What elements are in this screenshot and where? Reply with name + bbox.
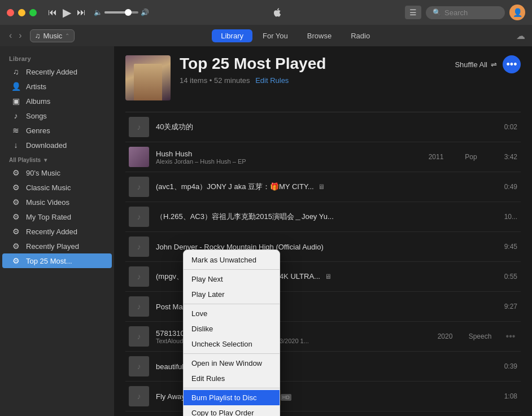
track-name: （H.265、AC3）容祖儿李克勤2015演唱会＿Joey Yu... <box>156 212 488 222</box>
sidebar-item-90s-music[interactable]: ⚙ 90's Music <box>2 165 112 180</box>
play-button[interactable]: ▶ <box>63 6 71 19</box>
sidebar-item-recently-played-label: Recently Played <box>26 242 79 251</box>
ctx-play-later[interactable]: Play Later <box>184 287 280 302</box>
sidebar-item-90s-label: 90's Music <box>26 169 60 177</box>
forward-button[interactable]: › <box>16 29 24 42</box>
sidebar-item-downloaded-label: Downloaded <box>26 141 67 150</box>
shuffle-icon: ⇌ <box>491 60 497 69</box>
classic-music-icon: ⚙ <box>11 183 20 192</box>
close-button[interactable] <box>7 9 14 16</box>
list-view-button[interactable]: ☰ <box>405 6 421 19</box>
track-year: 2011 <box>425 153 447 161</box>
songs-icon: ♪ <box>11 111 20 120</box>
tab-library[interactable]: Library <box>212 29 252 42</box>
sidebar-item-genres[interactable]: ≋ Genres <box>2 123 112 138</box>
more-button[interactable]: ••• <box>503 55 521 73</box>
tab-browse[interactable]: Browse <box>298 29 341 42</box>
nav-bar: ‹ › ♫ Music ⌃ Library For You Browse Rad… <box>0 25 532 46</box>
ctx-uncheck[interactable]: Uncheck Selection <box>184 336 280 352</box>
track-row[interactable]: Hush Hush Alexis Jordan – Hush Hush – EP… <box>125 142 521 172</box>
context-menu: Mark as Unwatched Play Next Play Later L… <box>183 249 280 416</box>
my-top-rated-icon: ⚙ <box>11 212 20 221</box>
profile-button[interactable]: 👤 <box>509 5 525 20</box>
playlist-meta: 14 items • 52 minutes Edit Rules <box>180 76 446 85</box>
track-duration: 0:39 <box>495 362 517 370</box>
ctx-play-next[interactable]: Play Next <box>184 272 280 287</box>
track-row[interactable]: ♪ (avc1、mp4a）JONY J aka 豆芽：🎁MY CITY... 🖥… <box>125 172 521 202</box>
source-selector[interactable]: ♫ Music ⌃ <box>30 29 75 42</box>
sidebar-item-albums-label: Albums <box>26 97 50 106</box>
sidebar-item-artists[interactable]: 👤 Artists <box>2 79 112 94</box>
volume-track[interactable] <box>104 11 138 14</box>
track-info: (avc1、mp4a）JONY J aka 豆芽：🎁MY CITY... 🖥 <box>156 182 488 192</box>
track-row[interactable]: ♪ 40关成功的 0:02 <box>125 112 521 142</box>
playlist-title: Top 25 Most Played <box>180 55 446 73</box>
hd-badge: HD <box>281 394 291 401</box>
recently-added-icon: ♫ <box>11 67 20 76</box>
title-bar: ⏮ ▶ ⏭ 🔈 🔊 ☰ 🔍 Search 👤 <box>0 0 532 25</box>
ctx-dislike[interactable]: Dislike <box>184 321 280 336</box>
top25-icon: ⚙ <box>11 256 20 265</box>
sidebar-item-recently-added-label: Recently Added <box>26 68 77 76</box>
next-button[interactable]: ⏭ <box>77 7 86 17</box>
edit-rules-link[interactable]: Edit Rules <box>255 76 289 85</box>
track-row[interactable]: ♪ （H.265、AC3）容祖儿李克勤2015演唱会＿Joey Yu... 10… <box>125 202 521 232</box>
sidebar-item-top25-label: Top 25 Most... <box>26 257 72 265</box>
shuffle-button[interactable]: Shuffle All ⇌ <box>455 60 497 69</box>
ctx-love[interactable]: Love <box>184 306 280 321</box>
track-thumb: ♪ <box>129 356 149 376</box>
playlist-item-count: 14 items • 52 minutes <box>180 76 250 85</box>
ctx-mark-unwatched[interactable]: Mark as Unwatched <box>184 252 280 268</box>
ctx-edit-rules[interactable]: Edit Rules <box>184 371 280 386</box>
back-button[interactable]: ‹ <box>7 29 14 42</box>
ctx-separator <box>184 388 280 388</box>
search-box[interactable]: 🔍 Search <box>426 6 505 19</box>
sidebar-item-music-videos-label: Music Videos <box>26 198 69 207</box>
track-thumb: ♪ <box>129 237 149 257</box>
sidebar-item-recently-added[interactable]: ♫ Recently Added <box>2 64 112 79</box>
ctx-copy-play-order[interactable]: Copy to Play Order <box>184 405 280 416</box>
sidebar-item-classic-music[interactable]: ⚙ Classic Music <box>2 180 112 195</box>
playlist-header: Top 25 Most Played 14 items • 52 minutes… <box>125 55 521 100</box>
tab-radio[interactable]: Radio <box>342 29 379 42</box>
ctx-separator <box>184 353 280 354</box>
track-duration: 10... <box>495 213 517 221</box>
ctx-open-new-window[interactable]: Open in New Window <box>184 356 280 371</box>
main-area: Library ♫ Recently Added 👤 Artists ▣ Alb… <box>0 46 532 416</box>
sidebar-item-my-top-rated[interactable]: ⚙ My Top Rated <box>2 209 112 224</box>
track-duration: 3:42 <box>495 153 517 161</box>
ctx-burn-playlist[interactable]: Burn Playlist to Disc <box>184 390 280 405</box>
playlists-header[interactable]: All Playlists ▾ <box>0 152 114 165</box>
sidebar-item-recently-added-pl-label: Recently Added <box>26 227 77 236</box>
sidebar-item-classic-label: Classic Music <box>26 183 71 192</box>
sidebar-item-recently-played[interactable]: ⚙ Recently Played <box>2 239 112 253</box>
sidebar-item-music-videos[interactable]: ⚙ Music Videos <box>2 195 112 209</box>
tab-foryou[interactable]: For You <box>254 29 297 42</box>
artists-icon: 👤 <box>11 82 20 91</box>
playlists-chevron: ▾ <box>44 157 47 163</box>
prev-button[interactable]: ⏮ <box>48 7 57 17</box>
cloud-icon: ☁ <box>516 30 525 41</box>
track-duration: 1:08 <box>495 392 517 400</box>
track-year: 2020 <box>434 332 456 340</box>
minimize-button[interactable] <box>18 9 25 16</box>
maximize-button[interactable] <box>29 9 37 16</box>
sidebar-item-downloaded[interactable]: ↓ Downloaded <box>2 138 112 152</box>
track-duration: 0:49 <box>495 183 517 191</box>
track-genre: Pop <box>454 153 488 161</box>
volume-slider[interactable]: 🔈 🔊 <box>94 8 149 16</box>
tab-group: Library For You Browse Radio <box>78 29 513 42</box>
sidebar-item-top25[interactable]: ⚙ Top 25 Most... <box>2 253 112 268</box>
track-name: Hush Hush <box>156 150 418 158</box>
track-more-button[interactable]: ••• <box>504 331 517 341</box>
track-name: (avc1、mp4a）JONY J aka 豆芽：🎁MY CITY... 🖥 <box>156 182 488 192</box>
track-info: Hush Hush Alexis Jordan – Hush Hush – EP <box>156 150 418 165</box>
track-thumb: ♪ <box>129 296 149 317</box>
track-thumb: ♪ <box>129 117 149 137</box>
sidebar-item-songs[interactable]: ♪ Songs <box>2 108 112 123</box>
sidebar-item-recently-added-pl[interactable]: ⚙ Recently Added <box>2 224 112 239</box>
playlists-label: All Playlists <box>9 157 41 163</box>
sidebar-item-songs-label: Songs <box>26 112 47 120</box>
sidebar-item-albums[interactable]: ▣ Albums <box>2 94 112 108</box>
track-thumb: ♪ <box>129 207 149 227</box>
